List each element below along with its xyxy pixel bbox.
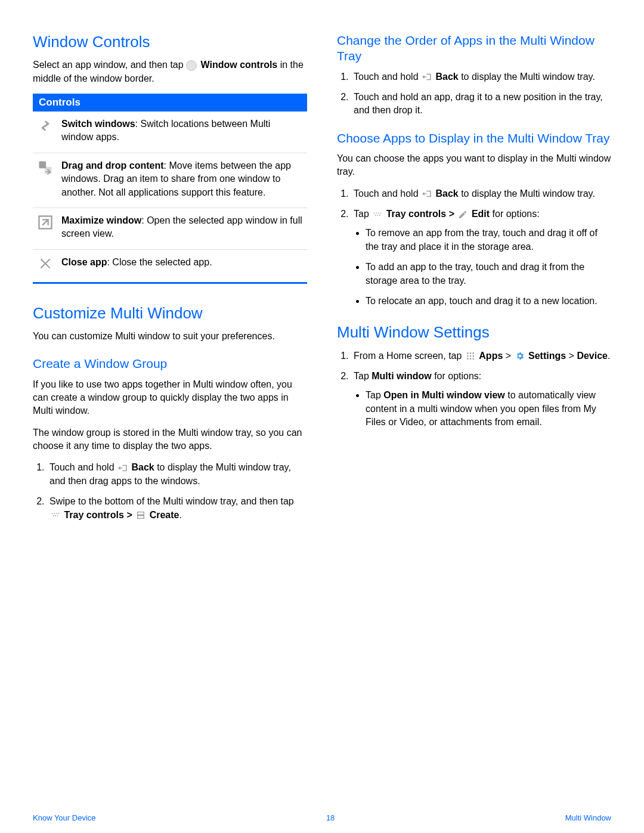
text: to display the Multi window tray. (461, 72, 595, 82)
customize-intro: You can customize Multi window to suit y… (33, 330, 307, 343)
svg-point-8 (57, 515, 58, 516)
list-item: To add an app to the tray, touch and dra… (366, 261, 611, 287)
text: Tap (354, 209, 371, 219)
close-icon (36, 256, 54, 274)
bold-label: Tray controls > (64, 510, 132, 520)
settings-gear-icon (515, 351, 525, 361)
back-icon (422, 72, 432, 82)
text: Select an app window, and then tap (33, 60, 186, 70)
heading-choose-apps: Choose Apps to Display in the Multi Wind… (337, 131, 611, 146)
text: Swipe to the bottom of the Multi window … (49, 496, 294, 506)
svg-point-3 (54, 513, 55, 515)
bold-label: Close app (61, 257, 107, 267)
list-item: Tap Multi window for options: Tap Open i… (351, 370, 611, 429)
list-item: Tap Tray controls > Edit for options: To… (351, 208, 611, 308)
svg-point-21 (467, 355, 469, 357)
text: for options: (434, 371, 481, 381)
control-row-maximize: Maximize window: Open the selected app w… (33, 208, 307, 250)
control-row-switch: Switch windows: Switch locations between… (33, 112, 307, 153)
text: > (506, 351, 514, 361)
bold-label: Switch windows (61, 119, 135, 129)
choose-apps-bullets: To remove an app from the tray, touch an… (354, 227, 611, 308)
footer-left: Know Your Device (33, 813, 96, 822)
bold-label: Create (150, 510, 179, 520)
back-icon (117, 463, 128, 473)
heading-customize: Customize Multi Window (33, 304, 307, 323)
svg-point-12 (376, 212, 377, 213)
create-group-p1: If you like to use two apps together in … (33, 378, 307, 418)
choose-apps-intro: You can choose the apps you want to disp… (337, 152, 611, 179)
back-icon (422, 188, 432, 199)
text: From a Home screen, tap (354, 351, 465, 361)
create-group-p2: The window group is stored in the Multi … (33, 426, 307, 453)
switch-windows-icon (36, 117, 54, 135)
text: . (608, 351, 610, 361)
text: to display the Multi window tray. (461, 188, 595, 199)
svg-point-16 (377, 215, 378, 216)
svg-rect-9 (138, 512, 144, 515)
footer-right: Multi Window (565, 813, 611, 822)
text: . (179, 510, 181, 520)
tray-controls-icon (372, 209, 383, 220)
svg-point-17 (379, 215, 380, 216)
svg-point-7 (55, 515, 56, 516)
text: for options: (493, 209, 540, 219)
bold-label: Apps (479, 351, 503, 361)
heading-window-controls: Window Controls (33, 33, 307, 51)
page-body: Window Controls Select an app window, an… (0, 0, 644, 530)
text: Tap (366, 390, 383, 400)
svg-point-24 (467, 358, 469, 360)
window-controls-intro: Select an app window, and then tap Windo… (33, 58, 307, 85)
bold-label: Back (435, 72, 458, 82)
svg-point-2 (52, 513, 53, 515)
right-column: Change the Order of Apps in the Multi Wi… (337, 33, 611, 530)
mw-settings-bullets: Tap Open in Multi window view to automat… (354, 389, 611, 429)
svg-point-19 (470, 352, 472, 354)
edit-pencil-icon (457, 209, 468, 220)
text: Touch and hold (354, 188, 421, 199)
heading-change-order: Change the Order of Apps in the Multi Wi… (337, 33, 611, 64)
mw-settings-steps: From a Home screen, tap Apps > Settings … (337, 349, 611, 429)
bold-label: Settings (528, 351, 566, 361)
bold-label: Back (131, 462, 154, 472)
heading-mw-settings: Multi Window Settings (337, 323, 611, 342)
control-row-close: Close app: Close the selected app. (33, 250, 307, 284)
maximize-icon (36, 214, 54, 232)
control-text: Drag and drop content: Move items betwee… (61, 159, 304, 199)
page-footer: Know Your Device 18 Multi Window (0, 813, 644, 822)
svg-point-13 (378, 212, 379, 213)
svg-point-14 (380, 212, 382, 213)
drag-drop-icon (36, 159, 54, 177)
text: Touch and hold (354, 72, 421, 82)
list-item: To remove an app from the tray, touch an… (366, 227, 611, 253)
list-item: Touch and hold Back to display the Multi… (47, 461, 307, 488)
bold-label: Edit (472, 209, 490, 219)
list-item: To relocate an app, touch and drag it to… (366, 295, 611, 308)
list-item: Touch and hold Back to display the Multi… (351, 70, 611, 83)
tray-controls-icon (50, 510, 61, 521)
svg-point-11 (374, 212, 375, 213)
svg-point-4 (56, 513, 57, 515)
svg-point-23 (472, 355, 474, 357)
text: > (569, 351, 577, 361)
list-item: Swipe to the bottom of the Multi window … (47, 495, 307, 522)
create-group-steps: Touch and hold Back to display the Multi… (33, 461, 307, 522)
svg-point-6 (53, 515, 54, 516)
svg-point-26 (472, 358, 474, 360)
bold-label: Open in Multi window view (383, 390, 505, 400)
left-column: Window Controls Select an app window, an… (33, 33, 307, 530)
svg-point-20 (472, 352, 474, 354)
choose-apps-steps: Touch and hold Back to display the Multi… (337, 187, 611, 308)
svg-point-5 (58, 513, 60, 515)
control-text: Maximize window: Open the selected app w… (61, 214, 304, 241)
control-text: Switch windows: Switch locations between… (61, 117, 304, 144)
control-text: Close app: Close the selected app. (61, 256, 304, 274)
bold-label: Window controls (201, 60, 278, 70)
change-order-steps: Touch and hold Back to display the Multi… (337, 70, 611, 117)
svg-point-22 (470, 355, 472, 357)
list-item: Touch and hold an app, drag it to a new … (351, 91, 611, 117)
control-row-dragdrop: Drag and drop content: Move items betwee… (33, 153, 307, 208)
list-item: Tap Open in Multi window view to automat… (366, 389, 611, 429)
svg-point-25 (470, 358, 472, 360)
bold-label: Drag and drop content (61, 160, 164, 171)
